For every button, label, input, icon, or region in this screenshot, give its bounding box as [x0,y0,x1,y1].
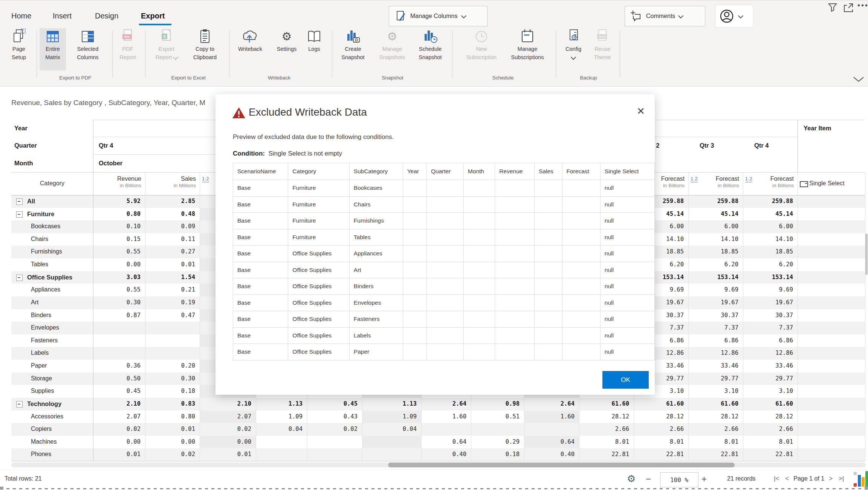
number-format-icon[interactable]: 1.2 [691,177,698,182]
matrix-cell[interactable]: 12.86 [743,350,793,356]
matrix-cell[interactable]: 0.20 [145,362,195,369]
matrix-cell[interactable]: 0.27 [145,248,195,255]
matrix-cell[interactable]: 29.77 [743,375,793,382]
comments-button[interactable]: Comments [625,6,705,26]
matrix-cell[interactable]: 0.00 [93,438,141,445]
matrix-cell[interactable]: 28.12 [634,413,684,420]
matrix-cell[interactable]: 0.01 [145,261,195,268]
matrix-cell[interactable]: 2.64 [524,400,575,407]
zoom-in-button[interactable]: + [701,474,707,484]
matrix-cell[interactable]: 18.85 [688,248,738,255]
matrix-cell[interactable]: 0.18 [145,388,195,394]
matrix-cell[interactable]: 0.11 [145,236,195,243]
matrix-cell[interactable]: 1.60 [524,413,575,420]
matrix-cell[interactable]: 1.13 [256,400,303,407]
matrix-cell[interactable]: 7.37 [743,324,793,331]
row-label[interactable]: Bookcases [31,223,60,230]
matrix-cell[interactable]: 153.14 [688,274,738,281]
matrix-cell[interactable]: 3.10 [688,388,738,394]
row-label[interactable]: Chairs [31,236,48,243]
matrix-cell[interactable]: 1.13 [362,400,417,407]
matrix-cell[interactable]: 0.02 [307,426,358,432]
account-menu-button[interactable] [715,5,753,27]
matrix-cell[interactable]: 0.01 [200,451,251,458]
matrix-cell[interactable]: 0.02 [200,426,251,432]
horizontal-scrollbar-thumb[interactable] [388,463,735,467]
row-label[interactable]: Art [31,299,38,306]
matrix-cell[interactable]: 0.29 [471,438,520,445]
quarter-column-header[interactable]: Qtr 4 [754,142,769,149]
number-format-icon[interactable]: 1.2 [745,177,752,182]
row-label[interactable]: Supplies [31,388,54,394]
matrix-cell[interactable]: 0.02 [93,426,141,432]
collapse-toggle-icon[interactable] [16,275,23,281]
matrix-cell[interactable]: 0.40 [421,451,466,458]
matrix-cell[interactable]: 0.19 [145,299,195,306]
matrix-cell[interactable]: 12.86 [688,350,738,356]
row-label[interactable]: Office Supplies [27,274,72,281]
matrix-cell[interactable]: 0.04 [256,426,303,432]
matrix-cell[interactable]: 2.07 [200,413,251,420]
matrix-cell[interactable]: 0.45 [93,388,141,394]
matrix-cell[interactable]: 19.67 [688,299,738,306]
schedule-snapshot-button[interactable]: ScheduleSnapshot [413,28,448,70]
matrix-cell[interactable]: 0.80 [93,211,141,217]
matrix-cell[interactable]: 0.18 [471,451,520,458]
row-label[interactable]: Paper [31,362,47,369]
zoom-level-input[interactable]: 100 % [660,472,698,487]
matrix-cell[interactable]: 2.85 [145,198,195,205]
matrix-cell[interactable]: 153.14 [743,274,793,281]
row-label[interactable]: Copiers [31,426,52,432]
row-label[interactable]: All [27,198,35,205]
matrix-cell[interactable]: 3.10 [743,388,793,394]
close-icon[interactable]: ✕ [637,105,645,117]
entire-matrix-button[interactable]: EntireMatrix [40,28,66,70]
row-label[interactable]: Storage [31,375,52,382]
matrix-cell[interactable]: 45.14 [688,211,738,217]
matrix-cell[interactable]: 0.80 [145,413,195,420]
matrix-cell[interactable]: 30.37 [688,312,738,319]
matrix-cell[interactable]: 14.10 [688,236,738,243]
matrix-cell[interactable]: 259.88 [743,198,793,205]
page-setup-button[interactable]: PageSetup [6,28,31,70]
matrix-cell[interactable]: 28.12 [743,413,793,420]
matrix-cell[interactable]: 18.85 [743,248,793,255]
matrix-cell[interactable]: 19.67 [743,299,793,306]
row-label[interactable]: Furnishings [31,248,62,255]
matrix-cell[interactable]: 22.81 [579,451,629,458]
matrix-cell[interactable]: 6.86 [743,337,793,344]
row-label[interactable]: Appliances [31,286,60,293]
filter-icon[interactable] [827,2,839,13]
matrix-cell[interactable]: 3.03 [93,274,141,281]
matrix-cell[interactable]: 30.37 [743,312,793,319]
matrix-cell[interactable]: 0.01 [145,426,195,432]
matrix-cell[interactable]: 0.00 [93,261,141,268]
matrix-cell[interactable]: 0.09 [145,223,195,230]
single-select-column-header[interactable]: Single Select [809,180,844,187]
selected-columns-button[interactable]: SelectedColumns [67,28,108,70]
matrix-cell[interactable]: 6.00 [688,223,738,230]
row-label[interactable]: Technology [27,400,61,408]
manage-columns-button[interactable]: Manage Columns [389,6,487,26]
matrix-cell[interactable]: 0.87 [93,312,141,319]
matrix-cell[interactable]: 0.48 [145,211,195,217]
matrix-cell[interactable]: 0.43 [307,413,358,420]
matrix-cell[interactable]: 22.81 [634,451,684,458]
matrix-cell[interactable]: 22.81 [688,451,738,458]
collapse-ribbon-icon[interactable] [852,76,865,83]
matrix-cell[interactable]: 0.04 [362,426,417,432]
matrix-cell[interactable]: 8.01 [688,438,738,445]
writeback-button[interactable]: Writeback [232,28,268,70]
matrix-cell[interactable]: 0.55 [93,286,141,293]
matrix-cell[interactable]: 0.01 [93,451,141,458]
visual-resize-border[interactable] [0,488,868,489]
matrix-cell[interactable]: 6.20 [743,261,793,268]
matrix-cell[interactable]: 0.30 [145,375,195,382]
matrix-cell[interactable]: 2.66 [634,426,684,432]
manage-subscriptions-button[interactable]: ManageSubscriptions [503,28,552,70]
matrix-cell[interactable]: 0.00 [200,438,251,445]
matrix-cell[interactable]: 0.00 [145,438,195,445]
matrix-cell[interactable]: 2.10 [200,400,251,407]
matrix-cell[interactable]: 9.69 [688,286,738,293]
ok-button[interactable]: OK [602,371,649,389]
